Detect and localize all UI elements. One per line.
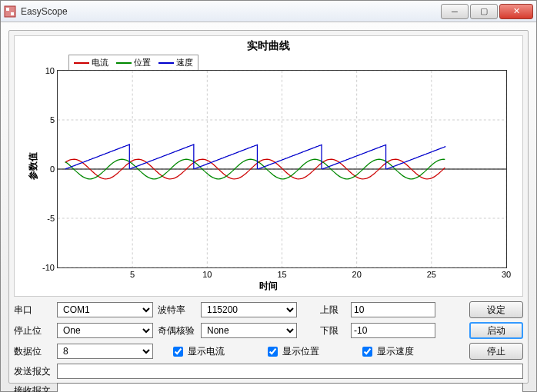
show-speed-checkbox[interactable]: 显示速度 — [359, 344, 414, 359]
app-icon — [4, 5, 16, 18]
legend-speed: 速度 — [176, 58, 193, 67]
port-label: 串口 — [14, 304, 52, 317]
svg-rect-2 — [11, 12, 14, 15]
parity-select[interactable]: None — [201, 323, 297, 338]
stop-label: 停止位 — [14, 324, 52, 337]
svg-rect-1 — [6, 8, 9, 11]
maximize-button[interactable]: ▢ — [470, 4, 498, 19]
recv-label: 接收报文 — [14, 384, 52, 393]
legend-position: 位置 — [134, 58, 151, 67]
set-button[interactable]: 设定 — [469, 301, 523, 318]
send-label: 发送报文 — [14, 365, 52, 378]
show-current-checkbox[interactable]: 显示电流 — [170, 344, 225, 359]
controls: 串口 COM1 波特率 115200 上限 设定 停止位 One 奇偶核验 No… — [14, 301, 523, 392]
chart-area: 实时曲线 电流 位置 速度 参数值 时间 -10-50510 510152025… — [14, 35, 523, 297]
legend-current: 电流 — [92, 58, 108, 67]
parity-label: 奇偶核验 — [158, 324, 196, 337]
databits-label: 数据位 — [14, 345, 52, 358]
legend: 电流 位置 速度 — [68, 55, 198, 71]
main-panel: 实时曲线 电流 位置 速度 参数值 时间 -10-50510 510152025… — [8, 30, 529, 384]
stop-button[interactable]: 停止 — [469, 343, 523, 360]
y-axis-label: 参数值 — [27, 152, 40, 180]
window-title: EasyScope — [21, 6, 439, 17]
lower-input[interactable] — [351, 323, 435, 338]
upper-input[interactable] — [351, 302, 435, 317]
plot-area: -10-50510 51015202530 — [57, 70, 507, 268]
databits-select[interactable]: 8 — [57, 344, 153, 359]
titlebar: EasyScope ─ ▢ ✕ — [1, 1, 536, 22]
port-select[interactable]: COM1 — [57, 302, 153, 317]
start-button[interactable]: 启动 — [469, 322, 523, 339]
show-position-checkbox[interactable]: 显示位置 — [265, 344, 319, 359]
app-window: EasyScope ─ ▢ ✕ 实时曲线 电流 位置 速度 参数值 时间 -10… — [0, 0, 537, 392]
chart-title: 实时曲线 — [15, 36, 522, 53]
x-axis-label: 时间 — [259, 280, 278, 293]
recv-input[interactable] — [57, 383, 523, 392]
send-input[interactable] — [57, 364, 523, 379]
upper-label: 上限 — [320, 304, 346, 317]
baud-label: 波特率 — [158, 304, 196, 317]
baud-select[interactable]: 115200 — [201, 302, 297, 317]
minimize-button[interactable]: ─ — [441, 4, 469, 19]
stopbits-select[interactable]: One — [57, 323, 153, 338]
close-button[interactable]: ✕ — [499, 4, 533, 19]
lower-label: 下限 — [320, 324, 346, 337]
